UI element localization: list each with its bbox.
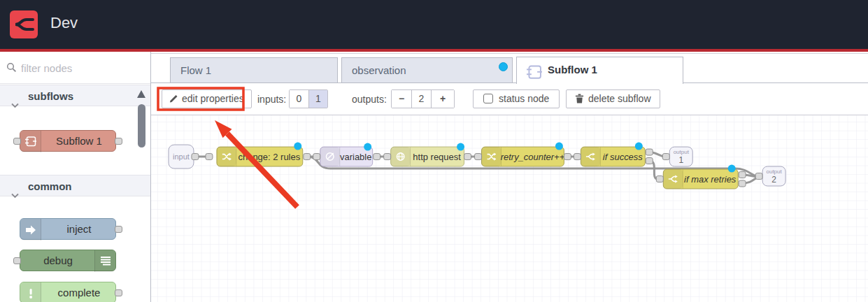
port[interactable] — [662, 154, 669, 160]
tab-label: Subflow 1 — [548, 64, 597, 76]
port[interactable] — [574, 154, 581, 160]
palette-section-subflows[interactable]: subflows — [0, 85, 150, 106]
section-label: subflows — [28, 85, 73, 107]
tab-label: Flow 1 — [180, 64, 211, 76]
status-node-toggle[interactable]: status node — [473, 89, 560, 108]
svg-text:if success: if success — [603, 152, 643, 162]
subflow-icon — [20, 131, 41, 152]
svg-text:http request: http request — [413, 152, 461, 162]
palette-filter-row — [0, 52, 150, 84]
svg-text:input: input — [173, 152, 190, 161]
tab-flow-1[interactable]: Flow 1 — [170, 57, 338, 83]
palette-node-debug[interactable]: debug — [20, 250, 116, 271]
port[interactable] — [373, 154, 380, 160]
search-icon — [6, 62, 17, 76]
palette-scrollbar-thumb[interactable] — [138, 104, 145, 148]
tab-observation[interactable]: observation — [341, 57, 513, 83]
edit-properties-button[interactable]: edit properties — [162, 89, 252, 108]
modified-dot — [294, 143, 301, 150]
port[interactable] — [464, 154, 471, 160]
subflow-toolbar: edit properties inputs: 0 1 outputs: − 2… — [151, 83, 868, 115]
chevron-down-icon — [11, 184, 19, 206]
inputs-0-button[interactable]: 0 — [290, 90, 308, 108]
svg-text:1: 1 — [678, 155, 683, 165]
svg-text:retry_counter++: retry_counter++ — [501, 152, 565, 162]
svg-text:if max retries: if max retries — [684, 174, 737, 185]
filter-nodes-input[interactable] — [21, 57, 143, 78]
modified-dot — [364, 143, 371, 151]
palette-node-complete[interactable]: complete — [20, 282, 116, 302]
port[interactable] — [646, 158, 653, 164]
palette-node-label: inject — [41, 219, 117, 240]
palette-node-label: complete — [41, 282, 117, 302]
palette-node-label: debug — [20, 250, 96, 272]
app-header: Dev — [0, 0, 868, 49]
tabstrip-top-border — [151, 53, 868, 54]
svg-text:variable: variable — [340, 152, 371, 162]
port[interactable] — [646, 149, 653, 155]
app-title: Dev — [50, 14, 78, 32]
palette-node-subflow-1[interactable]: Subflow 1 — [20, 130, 116, 152]
port[interactable] — [206, 154, 213, 160]
port[interactable] — [656, 176, 663, 182]
section-label: common — [28, 175, 72, 197]
status-node-label: status node — [499, 93, 549, 104]
modified-dot — [555, 143, 563, 150]
flow-canvas[interactable]: input change: 2 rules variable http requ… — [151, 115, 868, 302]
svg-text:output: output — [767, 168, 783, 175]
port[interactable] — [564, 154, 571, 160]
port[interactable] — [304, 154, 311, 160]
inject-arrow-icon — [20, 219, 41, 240]
inputs-label: inputs: — [257, 94, 286, 105]
outputs-value: 2 — [411, 90, 431, 108]
outputs-label: outputs: — [352, 94, 387, 105]
modified-dot — [635, 143, 643, 150]
pencil-icon — [169, 94, 178, 103]
port[interactable] — [313, 154, 320, 160]
svg-text:2: 2 — [771, 175, 776, 185]
svg-text:output: output — [674, 149, 690, 155]
svg-text:change: 2 rules: change: 2 rules — [238, 152, 300, 162]
flow-node-http-request[interactable]: http request — [384, 143, 471, 166]
palette-scroll-up-arrow[interactable] — [137, 90, 145, 98]
tab-label: observation — [352, 64, 406, 76]
node-red-logo-icon — [10, 10, 38, 38]
debug-list-icon — [94, 250, 115, 272]
port[interactable] — [192, 154, 199, 160]
subflow-icon — [527, 64, 542, 88]
outputs-minus-button[interactable]: − — [392, 90, 411, 108]
port[interactable] — [475, 154, 482, 160]
palette-node-label: Subflow 1 — [41, 131, 117, 152]
canvas-grid — [151, 115, 868, 302]
exclamation-icon — [20, 282, 41, 302]
port[interactable] — [384, 154, 391, 160]
delete-subflow-label: delete subflow — [588, 93, 651, 104]
modified-indicator-dot — [499, 62, 508, 71]
modified-dot — [728, 165, 736, 173]
chevron-down-icon — [11, 94, 19, 115]
delete-subflow-button[interactable]: delete subflow — [566, 89, 660, 108]
modified-dot — [457, 143, 464, 151]
palette-sidebar: subflows Subflow 1 common inject — [0, 52, 150, 302]
inputs-1-button[interactable]: 1 — [308, 90, 327, 108]
palette-node-inject[interactable]: inject — [20, 218, 116, 240]
tab-subflow-1[interactable]: Subflow 1 — [516, 57, 683, 84]
port[interactable] — [739, 180, 746, 187]
palette-section-common[interactable]: common — [0, 175, 150, 196]
outputs-plus-button[interactable]: + — [431, 90, 454, 108]
port[interactable] — [739, 172, 746, 178]
outputs-spinner-group: − 2 + — [391, 89, 455, 108]
port[interactable] — [755, 173, 762, 180]
trash-icon — [575, 94, 584, 103]
checkbox-icon — [483, 94, 493, 103]
inputs-toggle-group: 0 1 — [289, 89, 328, 108]
edit-properties-label: edit properties — [182, 93, 244, 104]
